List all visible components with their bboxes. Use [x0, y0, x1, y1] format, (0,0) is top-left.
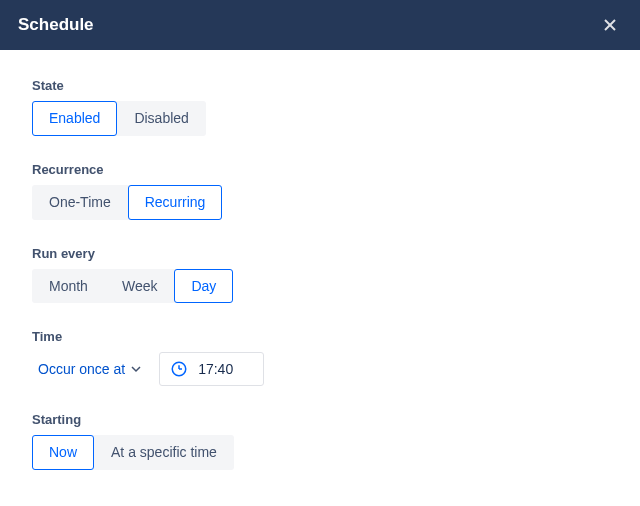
state-segmented: Enabled Disabled [32, 101, 206, 136]
time-input-wrapper[interactable] [159, 352, 264, 386]
run-every-field: Run every Month Week Day [32, 246, 608, 304]
run-every-option-day[interactable]: Day [174, 269, 233, 304]
state-label: State [32, 78, 608, 93]
starting-option-specific[interactable]: At a specific time [94, 435, 234, 470]
starting-field: Starting Now At a specific time [32, 412, 608, 470]
run-every-option-month[interactable]: Month [32, 269, 105, 304]
recurrence-label: Recurrence [32, 162, 608, 177]
run-every-segmented: Month Week Day [32, 269, 233, 304]
chevron-down-icon [131, 364, 141, 374]
close-icon [602, 17, 618, 33]
starting-option-now[interactable]: Now [32, 435, 94, 470]
clock-icon [170, 360, 188, 378]
time-label: Time [32, 329, 608, 344]
time-field: Time Occur once at [32, 329, 608, 386]
time-mode-dropdown[interactable]: Occur once at [32, 353, 149, 385]
dialog-title: Schedule [18, 15, 94, 35]
time-mode-label: Occur once at [38, 361, 125, 377]
state-option-disabled[interactable]: Disabled [117, 101, 205, 136]
time-row: Occur once at [32, 352, 608, 386]
recurrence-option-onetime[interactable]: One-Time [32, 185, 128, 220]
run-every-option-week[interactable]: Week [105, 269, 175, 304]
recurrence-option-recurring[interactable]: Recurring [128, 185, 223, 220]
starting-label: Starting [32, 412, 608, 427]
state-field: State Enabled Disabled [32, 78, 608, 136]
state-option-enabled[interactable]: Enabled [32, 101, 117, 136]
dialog-body: State Enabled Disabled Recurrence One-Ti… [0, 50, 640, 500]
starting-segmented: Now At a specific time [32, 435, 234, 470]
time-value-input[interactable] [198, 361, 248, 377]
recurrence-field: Recurrence One-Time Recurring [32, 162, 608, 220]
dialog-header: Schedule [0, 0, 640, 50]
close-button[interactable] [598, 13, 622, 37]
run-every-label: Run every [32, 246, 608, 261]
recurrence-segmented: One-Time Recurring [32, 185, 222, 220]
